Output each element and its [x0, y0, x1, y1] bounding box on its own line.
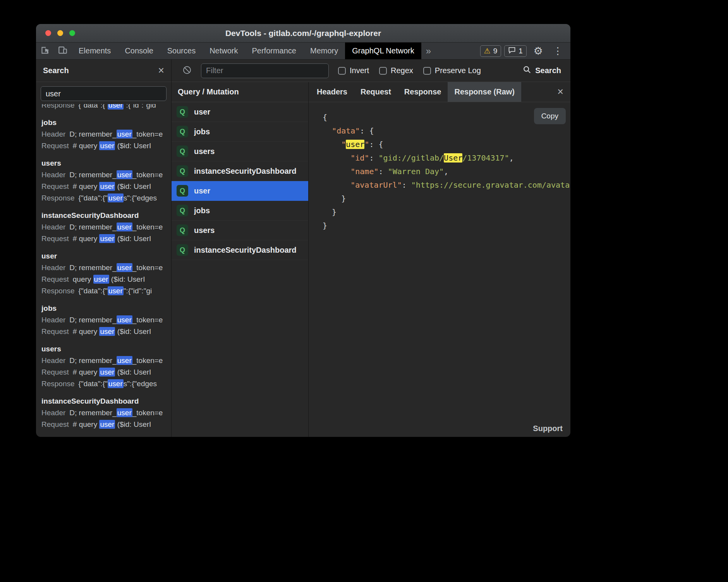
highlighted-match: user: [117, 408, 132, 417]
more-tabs-button[interactable]: »: [421, 43, 436, 59]
checkbox-regex[interactable]: [379, 67, 387, 75]
highlighted-match: user: [99, 420, 115, 429]
search-result-line[interactable]: Request# query user ($id: UserI: [41, 233, 166, 245]
search-result-group: instanceSecurityDashboardHeaderD; rememb…: [41, 210, 166, 245]
search-result-title[interactable]: users: [41, 157, 166, 169]
toolbar-search-button[interactable]: Search: [523, 65, 563, 76]
search-result-line[interactable]: HeaderD; remember_user_token=e: [41, 314, 166, 326]
search-result-line[interactable]: HeaderD; remember_user_token=e: [41, 169, 166, 181]
response-raw-view: Copy { "data": { "user": { "id": "gid://…: [309, 102, 570, 437]
query-type-badge: Q: [177, 165, 188, 177]
text-segment: s":{"edges: [124, 380, 157, 388]
search-result-line[interactable]: HeaderD; remember_user_token=e: [41, 355, 166, 366]
search-result-title[interactable]: instanceSecurityDashboard: [41, 395, 166, 407]
query-name-label: user: [194, 187, 210, 195]
search-result-line[interactable]: Request# query user ($id: UserI: [41, 326, 166, 337]
search-result-line[interactable]: HeaderD; remember_user_token=e: [41, 407, 166, 419]
copy-button[interactable]: Copy: [534, 108, 566, 124]
tab-sources[interactable]: Sources: [160, 43, 203, 59]
minimize-window-button[interactable]: [57, 30, 63, 36]
query-type-badge: Q: [177, 126, 188, 137]
search-result-title[interactable]: jobs: [41, 117, 166, 128]
query-list-item[interactable]: Qusers: [172, 142, 308, 161]
query-list-item[interactable]: Qusers: [172, 221, 308, 240]
query-list-item[interactable]: QinstanceSecurityDashboard: [172, 161, 308, 181]
query-list-item[interactable]: Qjobs: [172, 122, 308, 142]
search-result-line[interactable]: Response{"data":{"users":{"edges: [41, 192, 166, 204]
support-link[interactable]: Support: [533, 424, 563, 433]
close-detail-button[interactable]: ×: [550, 82, 570, 102]
query-list-item[interactable]: Quser: [172, 102, 308, 122]
filter-input[interactable]: [201, 63, 329, 78]
traffic-lights: [36, 30, 75, 36]
text-segment: [323, 167, 350, 176]
search-result-line[interactable]: Request# query user ($id: UserI: [41, 140, 166, 152]
search-result-group: userHeaderD; remember_user_token=eReques…: [41, 250, 166, 297]
messages-badge[interactable]: 1: [504, 45, 527, 57]
window-title: DevTools - gitlab.com/-/graphql-explorer: [36, 29, 570, 38]
detail-tab-response[interactable]: Response: [398, 82, 448, 102]
search-result-line[interactable]: HeaderD; remember_user_token=e: [41, 128, 166, 140]
clear-log-button[interactable]: [179, 65, 196, 76]
query-list-item[interactable]: QinstanceSecurityDashboard: [172, 240, 308, 260]
result-line-label: Request: [41, 182, 69, 190]
filter-option-preserve-log[interactable]: Preserve Log: [423, 66, 481, 75]
toolbar-search-label: Search: [535, 66, 561, 75]
text-segment: ": [364, 140, 369, 149]
search-result-group: jobsHeaderD; remember_user_token=eReques…: [41, 303, 166, 337]
inspect-element-button[interactable]: [36, 43, 54, 59]
tab-memory[interactable]: Memory: [303, 43, 345, 59]
search-result-line[interactable]: Request# query user ($id: UserI: [41, 419, 166, 430]
text-segment: D; remember_: [69, 171, 116, 179]
tab-performance[interactable]: Performance: [245, 43, 304, 59]
tab-network[interactable]: Network: [203, 43, 245, 59]
search-result-line[interactable]: Request# query user ($id: UserI: [41, 366, 166, 378]
highlighted-match: user: [108, 286, 124, 295]
tab-elements[interactable]: Elements: [72, 43, 118, 59]
search-result-line[interactable]: Response{"data":{"user":{"id":"gi: [41, 285, 166, 297]
search-result-line[interactable]: HeaderD; remember_user_token=e: [41, 221, 166, 233]
settings-gear-icon[interactable]: ⚙: [530, 45, 547, 57]
tab-console[interactable]: Console: [118, 43, 160, 59]
query-list-item[interactable]: Quser: [172, 181, 308, 201]
result-line-content: D; remember_user_token=e: [69, 170, 163, 179]
checkbox-invert[interactable]: [338, 67, 346, 75]
result-line-label: Response: [41, 104, 75, 109]
text-segment: _token=e: [132, 171, 163, 179]
detail-tab-headers[interactable]: Headers: [310, 82, 354, 102]
checkbox-label: Invert: [350, 66, 369, 75]
detail-tab-response-raw[interactable]: Response (Raw): [448, 82, 521, 102]
search-input[interactable]: [41, 86, 167, 101]
query-list-item[interactable]: Qjobs: [172, 201, 308, 221]
search-result-line[interactable]: Response{"data":{"users":{"edges: [41, 378, 166, 390]
close-window-button[interactable]: [45, 30, 51, 36]
json-line: }: [323, 192, 570, 205]
search-result-line[interactable]: Request# query user ($id: UserI: [41, 181, 166, 192]
result-line-content: # query user ($id: UserI: [73, 327, 151, 336]
menu-dots-icon[interactable]: ⋮: [550, 45, 566, 56]
search-result-line[interactable]: HeaderD; remember_user_token=e: [41, 262, 166, 274]
titlebar[interactable]: DevTools - gitlab.com/-/graphql-explorer: [36, 24, 570, 43]
zoom-window-button[interactable]: [69, 30, 75, 36]
device-toolbar-button[interactable]: [54, 43, 72, 59]
result-line-label: Response: [41, 194, 75, 202]
text-segment: # query: [73, 142, 100, 150]
text-segment: "name": [350, 167, 378, 176]
search-result-title[interactable]: users: [41, 343, 166, 355]
checkbox-preserve-log[interactable]: [423, 67, 431, 75]
filter-option-invert[interactable]: Invert: [338, 66, 369, 75]
filter-option-regex[interactable]: Regex: [379, 66, 413, 75]
search-result-title[interactable]: jobs: [41, 303, 166, 314]
search-result-title[interactable]: instanceSecurityDashboard: [41, 210, 166, 221]
text-segment: {"data":{": [79, 380, 108, 388]
warnings-badge[interactable]: ⚠ 9: [480, 45, 501, 57]
search-result-line[interactable]: Response{"data":{"user":{"id":"gid: [41, 104, 166, 111]
search-result-line[interactable]: Requestquery user ($id: UserI: [41, 274, 166, 285]
tab-graphql-network[interactable]: GraphQL Network: [345, 43, 421, 59]
text-segment: _token=e: [132, 130, 163, 138]
text-segment: query: [73, 275, 93, 283]
detail-tab-request[interactable]: Request: [354, 82, 398, 102]
search-result-title[interactable]: user: [41, 250, 166, 262]
highlighted-match: user: [99, 327, 115, 336]
close-search-panel-button[interactable]: ×: [158, 65, 164, 76]
